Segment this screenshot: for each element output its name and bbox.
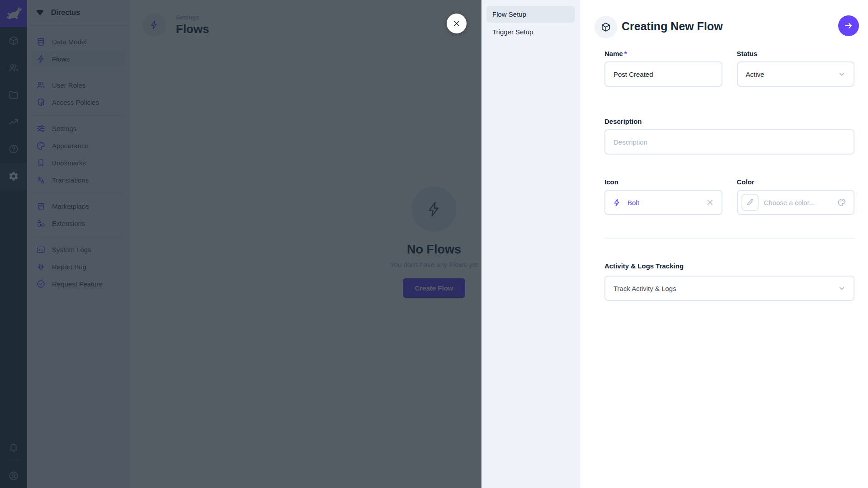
description-input[interactable] — [604, 129, 854, 155]
icon-value: Bolt — [627, 199, 639, 206]
name-label: Name* — [604, 50, 722, 58]
close-icon — [452, 19, 461, 28]
description-field-group: Description — [604, 117, 854, 155]
clear-x-icon — [706, 198, 714, 207]
drawer-title: Creating New Flow — [622, 20, 723, 33]
drawer-main: Creating New Flow Name* Status — [580, 0, 868, 488]
color-field-group: Color Choose a color... — [737, 178, 855, 215]
drawer-section-nav: Flow Setup Trigger Setup — [481, 0, 580, 488]
save-flow-button[interactable] — [838, 15, 859, 36]
bolt-icon — [613, 198, 621, 207]
drawer-nav-flow-setup[interactable]: Flow Setup — [486, 6, 575, 23]
drawer-backdrop[interactable] — [0, 0, 481, 488]
tracking-value: Track Activity & Logs — [613, 285, 676, 292]
palette-icon — [837, 198, 846, 207]
icon-select[interactable]: Bolt — [604, 190, 722, 215]
icon-clear-button[interactable] — [706, 198, 714, 207]
form-divider — [604, 238, 854, 239]
creating-new-flow-drawer: Flow Setup Trigger Setup Creating New Fl… — [481, 0, 868, 488]
status-value: Active — [746, 70, 764, 78]
status-select[interactable]: Active — [737, 61, 855, 87]
status-field-group: Status Active — [737, 50, 855, 87]
app-window: Directus Data Model Flows — [0, 0, 868, 488]
required-asterisk: * — [624, 50, 627, 57]
icon-field-group: Icon Bolt — [604, 178, 722, 215]
name-field-group: Name* — [604, 50, 722, 87]
color-label: Color — [737, 178, 855, 186]
tracking-select[interactable]: Track Activity & Logs — [604, 276, 854, 301]
name-input[interactable] — [604, 61, 722, 87]
eyedropper-button[interactable] — [741, 194, 759, 211]
color-placeholder: Choose a color... — [764, 199, 815, 206]
cube-icon — [600, 22, 611, 33]
color-input[interactable]: Choose a color... — [737, 190, 855, 215]
drawer-icon-circle — [594, 16, 617, 38]
icon-label: Icon — [604, 178, 722, 186]
drawer-close-button[interactable] — [447, 14, 467, 33]
flow-setup-form: Name* Status Active — [604, 50, 854, 301]
chevron-down-icon — [837, 284, 846, 293]
description-label: Description — [604, 117, 854, 126]
eyedropper-icon — [746, 198, 754, 206]
tracking-label: Activity & Logs Tracking — [604, 262, 854, 270]
drawer-header: Creating New Flow — [580, 0, 868, 50]
drawer-nav-trigger-setup[interactable]: Trigger Setup — [486, 23, 575, 40]
status-label: Status — [737, 50, 855, 58]
arrow-right-icon — [844, 21, 854, 31]
chevron-down-icon — [837, 70, 846, 79]
